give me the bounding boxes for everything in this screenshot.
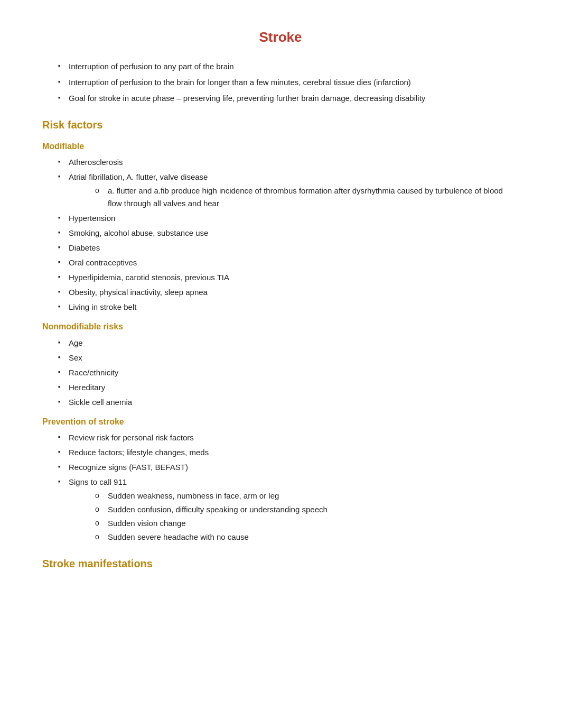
list-item: Sex (58, 352, 519, 364)
intro-item: Goal for stroke in acute phase – preserv… (58, 92, 519, 105)
list-item: Review risk for personal risk factors (58, 431, 519, 444)
sections-container: Risk factorsModifiableAtherosclerosisAtr… (42, 116, 519, 573)
sub-list: a. flutter and a.fib produce high incide… (69, 185, 519, 210)
subsection: ModifiableAtherosclerosisAtrial fibrilla… (42, 140, 519, 314)
list-item: Recognize signs (FAST, BEFAST) (58, 461, 519, 474)
list-item: Age (58, 337, 519, 349)
sub-list-item: Sudden severe headache with no cause (95, 531, 519, 543)
section-heading: Stroke manifestations (42, 555, 519, 572)
list-item: Signs to call 911Sudden weakness, numbne… (58, 476, 519, 543)
sub-list-item: Sudden vision change (95, 517, 519, 530)
intro-item: Interruption of perfusion to the brain f… (58, 76, 519, 89)
section-heading: Risk factors (42, 116, 519, 133)
list-item: Oral contraceptives (58, 256, 519, 269)
list-item: Living in stroke belt (58, 301, 519, 314)
list-item: Atherosclerosis (58, 156, 519, 169)
subsection-list: Review risk for personal risk factorsRed… (42, 431, 519, 543)
section: Stroke manifestations (42, 555, 519, 572)
list-item: Hereditary (58, 381, 519, 394)
list-item: Smoking, alcohol abuse, substance use (58, 227, 519, 239)
subsection-list: AtherosclerosisAtrial fibrillation, A. f… (42, 156, 519, 314)
sub-list-item: Sudden confusion, difficulty speaking or… (95, 503, 519, 516)
subsection-heading: Modifiable (42, 140, 519, 153)
list-item: Obesity, physical inactivity, sleep apne… (58, 286, 519, 299)
list-item: Atrial fibrillation, A. flutter, valve d… (58, 171, 519, 210)
list-item: Reduce factors; lifestyle changes, meds (58, 446, 519, 459)
subsection: Prevention of strokeReview risk for pers… (42, 415, 519, 544)
subsection-heading: Prevention of stroke (42, 415, 519, 429)
list-item: Sickle cell anemia (58, 396, 519, 409)
list-item: Race/ethnicity (58, 366, 519, 379)
sub-list-item: a. flutter and a.fib produce high incide… (95, 185, 519, 210)
subsection-heading: Nonmodifiable risks (42, 320, 519, 334)
list-item: Hypertension (58, 212, 519, 225)
subsection-list: AgeSexRace/ethnicityHereditarySickle cel… (42, 337, 519, 409)
list-item: Hyperlipidemia, carotid stenosis, previo… (58, 271, 519, 284)
sub-list: Sudden weakness, numbness in face, arm o… (69, 490, 519, 543)
page-title: Stroke (42, 26, 519, 49)
sub-list-item: Sudden weakness, numbness in face, arm o… (95, 490, 519, 502)
intro-list: Interruption of perfusion to any part of… (42, 60, 519, 105)
intro-item: Interruption of perfusion to any part of… (58, 60, 519, 73)
subsection: Nonmodifiable risksAgeSexRace/ethnicityH… (42, 320, 519, 409)
section: Risk factorsModifiableAtherosclerosisAtr… (42, 116, 519, 544)
list-item: Diabetes (58, 242, 519, 254)
